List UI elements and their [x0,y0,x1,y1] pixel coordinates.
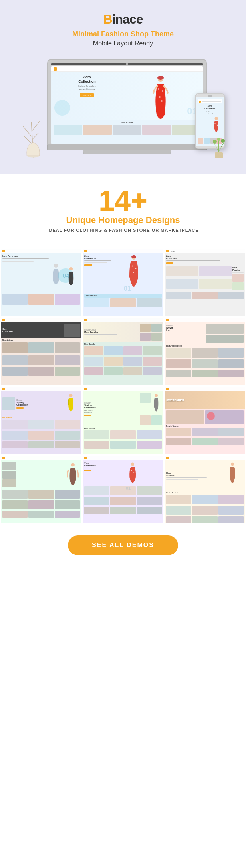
demo-card-1[interactable]: New Arriveds 04 [1,249,81,316]
card1-figures: 04 [48,262,80,294]
brand-logo: Binace [8,12,238,27]
svg-point-18 [217,138,220,141]
demo-card-3[interactable]: Binace ZaraCollection Most Popular [165,249,245,316]
card2-figure: 01 [124,255,144,291]
svg-point-17 [221,139,225,143]
section-heading: Unique Homepage Designs [8,215,238,225]
demo-card-5[interactable]: Season 2024 Most Popular Most Popular [83,318,163,385]
svg-point-14 [217,125,218,126]
demo-card-11[interactable]: ZaraCollection 01 [83,456,163,523]
demo-card-4[interactable]: CoolCollection New Arrivals [1,318,81,385]
demo-card-8[interactable]: Season SpringCollection Best sellersthis… [83,387,163,454]
demo-card-10[interactable] [1,456,81,523]
tagline-black: Mobile Layout Ready [8,40,238,47]
demo-card-9[interactable]: SWEATSHIRT New in Women [165,387,245,454]
svg-text:04: 04 [63,272,69,279]
svg-point-16 [213,140,217,144]
header-section: Binace Minimal Fashion Shop Theme Mobile… [0,0,246,174]
decorative-plant [209,134,229,158]
svg-point-31 [71,463,75,467]
svg-point-10 [159,96,161,98]
svg-point-7 [157,76,164,80]
cta-section: SEE ALL DEMOS [0,523,246,567]
svg-point-25 [132,266,133,267]
stats-section: 14+ Unique Homepage Designs IDEAL FOR CL… [0,174,246,249]
svg-point-11 [161,100,163,102]
svg-point-24 [131,255,136,258]
svg-point-19 [54,264,58,268]
decorative-branch [19,114,47,158]
big-number: 14+ [8,186,238,215]
demo-card-12[interactable]: NewArrivals Similar Products [165,456,245,523]
laptop-mockup: ZaraCollection Fashion for modernwoman. … [47,59,207,145]
hero-dress-figure [147,75,175,123]
logo-rest: inace [112,12,143,26]
svg-line-4 [32,133,39,140]
svg-point-9 [162,90,163,92]
demo-card-6[interactable]: Autumn NewsLo... Featured Products [165,318,245,385]
svg-point-30 [155,394,158,397]
svg-rect-15 [215,152,223,158]
logo-b: B [103,12,112,26]
svg-point-22 [69,267,73,270]
laptop-screen: ZaraCollection Fashion for modernwoman. … [51,66,203,144]
svg-point-8 [158,88,159,90]
svg-point-12 [215,117,218,120]
svg-text:01: 01 [124,285,131,291]
svg-point-34 [133,472,134,473]
see-all-demos-button[interactable]: SEE ALL DEMOS [68,535,178,555]
demo-card-2[interactable]: ZaraCollection 01 New Arrivals [83,249,163,316]
svg-point-33 [131,470,132,471]
laptop-base [47,145,207,150]
section-subheading: IDEAL FOR CLOTHING & FASHION STORE OR MA… [8,228,238,233]
svg-text:01: 01 [126,486,131,490]
svg-point-26 [135,268,137,269]
svg-point-27 [133,272,134,273]
svg-point-29 [69,394,73,397]
svg-line-3 [24,136,32,144]
laptop-stand [83,150,171,154]
svg-line-1 [23,126,32,136]
tagline-orange: Minimal Fashion Shop Theme [8,30,238,38]
svg-line-2 [32,121,40,131]
demo-card-7[interactable]: Season SpringCollection UP TO 50% [1,387,81,454]
svg-point-32 [131,463,134,466]
demos-grid: New Arriveds 04 [0,249,246,523]
svg-point-36 [231,463,234,466]
svg-point-13 [214,123,215,124]
